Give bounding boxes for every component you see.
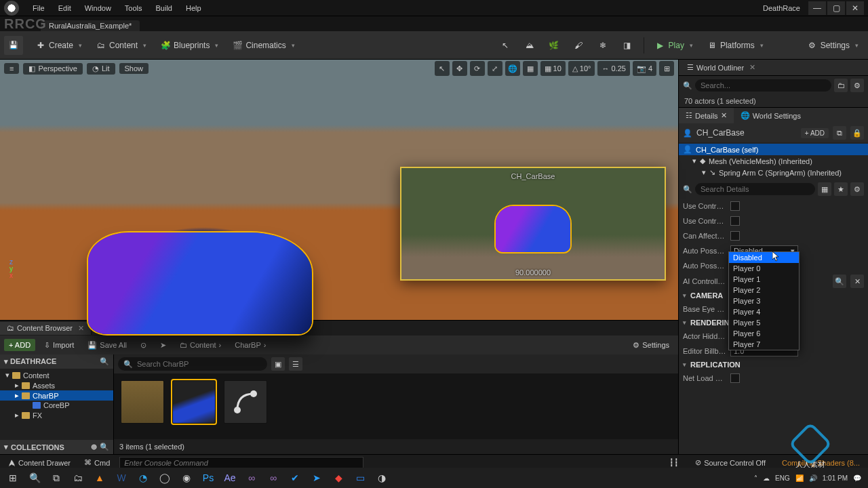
level-tab[interactable]: RuralAustralia_Example* [41,20,140,31]
outliner-search-input[interactable] [695,79,831,92]
window-maximize[interactable]: ▢ [827,1,845,15]
rotation-snap[interactable]: △10° [568,61,595,76]
menu-file[interactable]: File [26,0,52,16]
status-grid-icon[interactable]: ┇┇ [665,458,683,467]
cat-replication[interactable]: REPLICATION [679,359,868,371]
close-icon[interactable]: ✕ [721,111,727,120]
taskbar-edge[interactable]: ◔ [133,468,153,488]
selected-actor-car[interactable] [88,232,312,334]
tray-wifi-icon[interactable]: 📶 [795,474,804,482]
transform-rotate[interactable]: ⟳ [470,61,485,76]
asset-folder[interactable] [121,380,164,424]
taskbar-anydesk[interactable]: ◆ [328,468,349,488]
mode-meshpaint-button[interactable]: 🖌 [568,37,589,54]
viewport-lit-button[interactable]: ◔ Lit [87,63,115,75]
taskbar-photoshop[interactable]: Ps [198,468,218,488]
grid-snap[interactable]: ▦10 [540,61,566,76]
viewport-perspective-button[interactable]: ◧ Perspective [23,63,82,75]
world-settings-tab[interactable]: 🌐 World Settings [734,108,808,123]
tray-clock[interactable]: 1:01 PM [823,474,848,482]
taskbar-search[interactable]: 🔍 [24,468,45,488]
component-lock[interactable]: 🔒 [850,126,864,140]
dropdown-filter-clear[interactable]: ✕ [850,274,864,288]
settings-button[interactable]: ⚙ Settings [802,37,864,54]
taskbar-vlc[interactable]: ▲ [90,468,110,488]
mode-brush-button[interactable]: ◨ [616,37,638,54]
content-browser-tab[interactable]: 🗂 Content Browser ✕ [0,322,91,335]
mode-foliage-button[interactable]: 🌿 [543,37,565,54]
menu-help[interactable]: Help [179,0,208,16]
level-viewport[interactable]: zyx CH_CarBase 90.000000 [0,60,678,320]
component-settings-1[interactable]: ⧉ [833,126,846,140]
dropdown-opt-player0[interactable]: Player 0 [729,263,799,274]
taskbar-zoom[interactable]: ▭ [350,468,370,488]
prop-use-controller-pitch-check[interactable] [730,216,740,226]
details-tab[interactable]: ☷ Details ✕ [679,108,734,123]
viewport-options-button[interactable]: ≡ [4,63,19,74]
taskbar-vs[interactable]: ∞ [241,468,262,488]
prop-use-controller-rot-check[interactable] [730,201,740,211]
collections-add-icon[interactable]: ⊕ [91,443,97,451]
dropdown-opt-player3[interactable]: Player 3 [729,296,799,306]
scale-snap[interactable]: ↔0.25 [597,61,629,76]
viewport-show-button[interactable]: Show [119,63,149,74]
cb-path-root[interactable]: 🗀 Content › [175,339,226,351]
taskbar-app1[interactable]: ✔ [285,468,305,488]
prop-net-load-check[interactable] [730,373,740,383]
auto-possess-popup[interactable]: Disabled Player 0 Player 1 Player 2 Play… [728,251,800,350]
cb-history-back[interactable]: ⊙ [136,339,151,352]
add-component-button[interactable]: + ADD [801,128,829,138]
cb-settings-button[interactable]: ⚙ Settings [628,339,674,352]
tree-content[interactable]: ▾Content [0,370,113,380]
details-view-opts[interactable]: ⚙ [850,182,864,196]
dropdown-opt-player5[interactable]: Player 5 [729,317,799,328]
cb-history-fwd[interactable]: ➤ [155,339,171,352]
taskbar-vs2[interactable]: ∞ [263,468,283,488]
prop-can-affect-nav-check[interactable] [730,231,740,241]
tray-volume-icon[interactable]: 🔊 [809,474,817,482]
tray-onedrive-icon[interactable]: ☁ [763,474,770,482]
dropdown-opt-player7[interactable]: Player 7 [729,339,799,350]
tray-notifications-icon[interactable]: 💬 [853,474,861,482]
transform-translate[interactable]: ✥ [452,61,467,76]
tray-expand-icon[interactable]: ˄ [754,474,757,482]
taskbar-word[interactable]: W [111,468,132,488]
outliner-folder-button[interactable]: 🗀 [834,79,848,92]
platforms-button[interactable]: 🖥 Platforms [701,37,769,54]
mode-landscape-button[interactable]: ⛰ [519,37,540,54]
taskbar-explorer[interactable]: 🗂 [68,468,88,488]
dropdown-opt-player2[interactable]: Player 2 [729,285,799,296]
close-icon[interactable]: ✕ [749,63,755,72]
cb-add-button[interactable]: + ADD [4,339,35,351]
taskbar-obs[interactable]: ◉ [176,468,197,488]
taskbar-telegram[interactable]: ➤ [307,468,327,488]
source-control-button[interactable]: ⊘ Source Control Off [691,458,770,467]
console-input[interactable]: Enter Console Command [119,457,363,469]
content-button[interactable]: 🗂 Content [90,37,152,54]
window-minimize[interactable]: — [808,1,826,15]
tree-search-icon[interactable]: 🔍 [100,357,109,366]
play-button[interactable]: ▶ Play [650,37,698,54]
cb-save-filter[interactable]: ▣ [271,357,285,371]
details-view-grid[interactable]: ▦ [818,182,831,196]
transform-select[interactable]: ↖ [435,61,450,76]
taskbar-ue[interactable]: ◑ [372,468,392,488]
tree-corebp[interactable]: CoreBP [0,401,113,410]
create-button[interactable]: ✚ Create [30,37,87,54]
window-close[interactable]: ✕ [846,1,864,15]
viewport-maximize[interactable]: ⊞ [659,61,674,76]
details-search-input[interactable] [695,183,815,195]
transform-scale[interactable]: ⤢ [488,61,502,76]
close-icon[interactable]: ✕ [78,324,84,333]
dropdown-filter-search[interactable]: 🔍 [833,274,846,288]
dropdown-opt-player4[interactable]: Player 4 [729,306,799,317]
world-outliner-tab[interactable]: ☰ World Outliner ✕ [682,61,761,74]
menu-window[interactable]: Window [78,0,118,16]
cb-import-button[interactable]: ⇩ Import [39,339,79,352]
tree-fx[interactable]: ▸FX [0,410,113,420]
asset-blueprint-function[interactable] [224,380,267,424]
outliner-settings-button[interactable]: ⚙ [850,79,864,92]
content-drawer-button[interactable]: ⮝ Content Drawer [4,459,75,467]
taskbar-chrome[interactable]: ◯ [155,468,175,488]
cb-saveall-button[interactable]: 💾 Save All [83,339,132,352]
